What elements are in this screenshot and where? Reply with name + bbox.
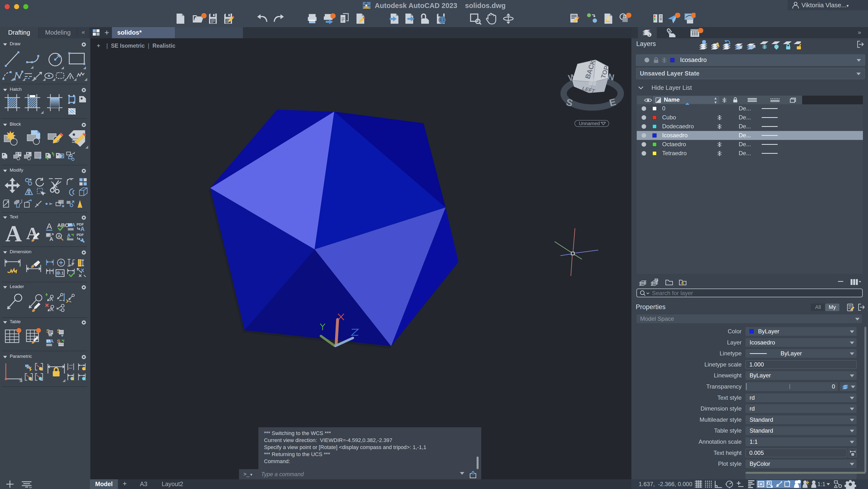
svg-text:A: A — [57, 234, 61, 239]
svg-text:A: A — [5, 221, 22, 247]
svg-text:A: A — [50, 338, 54, 344]
svg-text:Unnamed: Unnamed — [579, 121, 600, 126]
svg-text:.1: .1 — [60, 271, 63, 275]
svg-text:A: A — [72, 222, 75, 228]
svg-text:A: A — [50, 236, 53, 242]
svg-text:A: A — [81, 226, 85, 232]
svg-text:PDF: PDF — [76, 233, 84, 237]
svg-text:1:1: 1:1 — [817, 481, 826, 487]
svg-text:A: A — [46, 222, 52, 231]
svg-text:X: X — [81, 268, 84, 273]
